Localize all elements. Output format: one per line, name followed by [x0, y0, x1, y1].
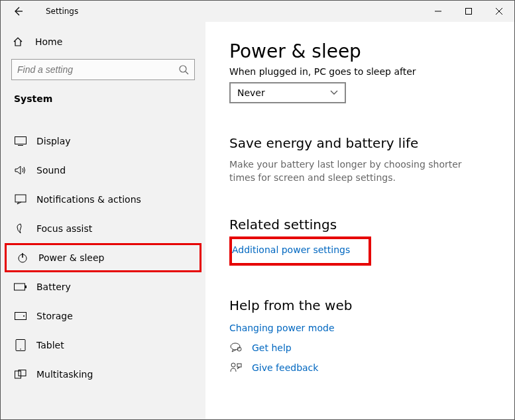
nav-item-focus[interactable]: Focus assist — [5, 214, 201, 243]
back-button[interactable] — [13, 6, 31, 17]
get-help-link[interactable]: Get help — [252, 342, 292, 353]
nav-item-multitasking[interactable]: Multitasking — [5, 360, 201, 389]
nav-label: Focus assist — [36, 223, 92, 234]
svg-line-6 — [186, 72, 188, 74]
focus-icon — [14, 223, 27, 234]
related-link-highlight: Additional power settings — [229, 236, 371, 266]
get-help-row[interactable]: Get help — [229, 342, 493, 353]
battery-icon — [14, 283, 27, 291]
close-button[interactable] — [484, 1, 514, 22]
feedback-icon — [229, 362, 243, 373]
main-panel: Power & sleep When plugged in, PC goes t… — [205, 22, 514, 419]
svg-rect-12 — [15, 284, 25, 290]
svg-point-22 — [231, 363, 235, 367]
nav-item-sound[interactable]: Sound — [5, 156, 201, 185]
notifications-icon — [14, 194, 27, 205]
window-title: Settings — [31, 7, 423, 16]
nav-item-battery[interactable]: Battery — [5, 272, 201, 301]
sleep-dropdown[interactable]: Never — [229, 82, 346, 103]
search-input[interactable] — [11, 59, 195, 80]
svg-rect-7 — [15, 137, 27, 144]
nav-label: Power & sleep — [38, 252, 104, 263]
display-icon — [14, 136, 27, 146]
additional-power-link[interactable]: Additional power settings — [232, 244, 350, 255]
nav-label: Battery — [36, 282, 71, 292]
nav-label: Notifications & actions — [36, 194, 141, 205]
search-icon — [178, 64, 189, 75]
multitasking-icon — [14, 370, 27, 379]
nav-list: Display Sound Notifications & actions Fo… — [5, 127, 201, 389]
home-icon — [13, 36, 23, 47]
nav-label: Tablet — [36, 340, 64, 350]
nav-item-tablet[interactable]: Tablet — [5, 331, 201, 360]
svg-point-5 — [180, 66, 186, 72]
window-controls — [423, 1, 514, 22]
nav-label: Sound — [36, 165, 66, 176]
sleep-label: When plugged in, PC goes to sleep after — [229, 66, 493, 77]
nav-label: Display — [36, 136, 71, 146]
home-button[interactable]: Home — [5, 30, 201, 54]
sleep-value: Never — [237, 87, 265, 98]
nav-label: Multitasking — [36, 369, 93, 380]
sidebar: Home System Display Sound Notifications … — [1, 22, 205, 419]
section-label: System — [5, 89, 201, 117]
feedback-link[interactable]: Give feedback — [252, 362, 318, 373]
help-heading: Help from the web — [229, 297, 493, 313]
svg-rect-13 — [25, 286, 27, 288]
svg-rect-18 — [15, 371, 21, 378]
sound-icon — [14, 165, 27, 176]
minimize-button[interactable] — [423, 1, 453, 22]
svg-point-20 — [231, 343, 240, 350]
nav-item-storage[interactable]: Storage — [5, 301, 201, 331]
tablet-icon — [14, 339, 27, 351]
energy-desc: Make your battery last longer by choosin… — [229, 158, 481, 185]
svg-point-17 — [20, 348, 21, 350]
nav-label: Storage — [36, 311, 73, 321]
nav-item-power-sleep[interactable]: Power & sleep — [5, 243, 201, 272]
page-title: Power & sleep — [229, 40, 493, 62]
maximize-button[interactable] — [453, 1, 484, 22]
power-icon — [16, 252, 29, 263]
svg-point-15 — [23, 315, 25, 317]
titlebar: Settings — [1, 1, 514, 22]
nav-item-notifications[interactable]: Notifications & actions — [5, 185, 201, 214]
home-label: Home — [35, 36, 62, 47]
search-field[interactable] — [17, 64, 178, 75]
storage-icon — [14, 312, 27, 320]
energy-heading: Save energy and battery life — [229, 135, 493, 151]
chevron-down-icon — [330, 90, 338, 95]
svg-rect-9 — [15, 195, 26, 202]
feedback-row[interactable]: Give feedback — [229, 362, 493, 373]
chat-icon — [229, 342, 243, 353]
nav-item-display[interactable]: Display — [5, 127, 201, 156]
help-link[interactable]: Changing power mode — [229, 323, 493, 333]
svg-rect-23 — [237, 364, 241, 367]
svg-rect-2 — [466, 9, 472, 15]
related-heading: Related settings — [229, 217, 493, 233]
